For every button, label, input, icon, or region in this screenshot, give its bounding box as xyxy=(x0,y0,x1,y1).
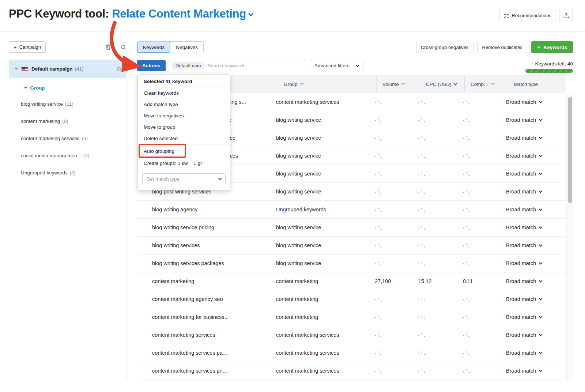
actions-button[interactable]: Actions xyxy=(137,60,166,71)
recommendations-button[interactable]: Recommendations xyxy=(499,10,556,21)
keyword-cell: blog writing agency xyxy=(146,207,271,212)
match-type-dropdown[interactable]: Broad match xyxy=(506,260,558,266)
sidebar-item-group[interactable]: content marketing services (6) xyxy=(9,130,126,147)
match-type-label: Broad match xyxy=(506,189,536,195)
checklist-icon xyxy=(504,13,509,18)
sidebar-item-group[interactable]: Ungrouped keywords (8) xyxy=(9,164,126,181)
set-match-type-select[interactable]: Set match type xyxy=(142,173,226,184)
scrollbar-thumb[interactable] xyxy=(568,97,572,203)
sort-icon[interactable] xyxy=(491,83,495,85)
filter-row: Actions Default cam Advanced filters xyxy=(137,60,166,71)
info-icon[interactable]: i xyxy=(487,81,489,87)
sidebar-item-group[interactable]: blog writing service (11) xyxy=(9,95,126,113)
header-match-type-column: Match type xyxy=(508,75,566,93)
ppc-keyword-tool-page: PPC Keyword tool: Relate Content Marketi… xyxy=(0,0,585,392)
add-group-button[interactable]: + Group xyxy=(9,78,126,95)
cross-group-negatives-button[interactable]: Cross-group negatives xyxy=(416,42,473,53)
campaign-filter-pill[interactable]: Default cam xyxy=(172,62,204,69)
sidebar-item-group[interactable]: content marketing (9) xyxy=(9,113,126,130)
chevron-down-icon xyxy=(539,100,543,103)
group-cell: blog writing service xyxy=(271,153,369,159)
keyword-cell: blog writing services xyxy=(146,242,271,248)
sort-icon[interactable] xyxy=(401,83,405,85)
export-button[interactable] xyxy=(559,10,573,21)
match-type-dropdown[interactable]: Broad match xyxy=(506,135,558,141)
match-type-dropdown[interactable]: Broad match xyxy=(506,314,558,320)
add-campaign-button[interactable]: + Campaign xyxy=(9,41,46,53)
match-type-label: Broad match xyxy=(506,260,536,266)
cpc-cell xyxy=(412,225,457,230)
add-keywords-button[interactable]: + Keywords xyxy=(531,41,573,53)
volume-cell xyxy=(369,207,412,212)
group-cell: content marketing services xyxy=(271,350,369,356)
menu-item[interactable]: Clean keywords xyxy=(138,87,230,99)
sort-icon[interactable] xyxy=(300,83,304,85)
match-type-dropdown[interactable]: Broad match xyxy=(506,117,558,123)
add-campaign-label: Campaign xyxy=(19,44,41,50)
match-type-dropdown[interactable]: Broad match xyxy=(506,171,558,177)
cpc-cell xyxy=(412,153,457,159)
create-groups-label: Create groups: 1 kw = 1 gr xyxy=(144,161,202,166)
sidebar-item-default-campaign[interactable]: Default campaign (41) ⚙ xyxy=(9,60,126,78)
menu-item-create-groups[interactable]: Create groups: 1 kw = 1 gr xyxy=(138,158,230,169)
sidebar-item-group[interactable]: social media managemen... (7) xyxy=(9,147,126,164)
volume-cell xyxy=(369,314,412,320)
tab[interactable]: Negatives xyxy=(170,42,203,53)
remove-duplicates-button[interactable]: Remove duplicates xyxy=(478,42,528,53)
chevron-down-icon[interactable] xyxy=(15,66,18,70)
cpc-cell xyxy=(412,332,457,338)
match-type-label: Broad match xyxy=(506,242,536,248)
match-type-dropdown[interactable]: Broad match xyxy=(506,368,558,374)
chevron-down-icon xyxy=(539,207,543,211)
search-input[interactable] xyxy=(207,63,301,68)
info-icon[interactable]: i xyxy=(177,148,179,154)
menu-item[interactable]: Delete selected xyxy=(138,133,230,144)
match-type-label: Broad match xyxy=(506,350,536,356)
info-icon[interactable]: i xyxy=(532,61,533,67)
match-type-dropdown[interactable]: Broad match xyxy=(506,99,558,105)
match-type-dropdown[interactable]: Broad match xyxy=(506,332,558,338)
menu-divider xyxy=(138,169,230,169)
row-checkbox-cell xyxy=(137,332,146,338)
group-name: blog writing service xyxy=(21,101,63,107)
match-type-dropdown[interactable]: Broad match xyxy=(506,225,558,230)
header-volume-column[interactable]: Volume xyxy=(376,75,420,93)
match-type-dropdown[interactable]: Broad match xyxy=(506,207,558,212)
match-type-dropdown[interactable]: Broad match xyxy=(506,242,558,248)
header-cpc-column[interactable]: CPC (USD) xyxy=(420,75,464,93)
match-type-label: Broad match xyxy=(506,368,536,374)
row-checkbox-cell xyxy=(137,314,146,320)
keyword-cell: blog writing service pricing xyxy=(146,225,271,230)
gear-icon[interactable]: ⚙ xyxy=(116,66,122,72)
keyword-text: blog writing service pricing xyxy=(152,225,214,230)
chevron-down-icon[interactable] xyxy=(453,82,457,86)
match-type-dropdown[interactable]: Broad match xyxy=(506,153,558,159)
row-checkbox-cell xyxy=(137,260,146,266)
volume-cell xyxy=(369,242,412,248)
cpc-cell xyxy=(412,260,457,266)
match-type-dropdown[interactable]: Broad match xyxy=(506,278,558,284)
match-type-dropdown[interactable]: Broad match xyxy=(506,296,558,302)
row-checkbox-cell xyxy=(137,225,146,230)
header-comp-column[interactable]: Comp. i xyxy=(464,75,508,93)
menu-item[interactable]: Add match type xyxy=(138,99,230,110)
comp-cell xyxy=(457,135,501,141)
match-type-cell: Broad match xyxy=(501,296,558,302)
menu-item-auto-grouping[interactable]: Auto grouping i xyxy=(138,144,230,158)
match-type-label: Broad match xyxy=(506,314,536,320)
match-type-cell: Broad match xyxy=(501,171,558,177)
group-cell: blog writing service xyxy=(271,135,369,141)
keyword-text: content marketing services pri... xyxy=(152,368,227,374)
trash-icon[interactable] xyxy=(105,44,111,50)
keyword-search-box[interactable]: Default cam xyxy=(168,60,305,71)
advanced-filters-dropdown[interactable]: Advanced filters xyxy=(310,60,363,71)
search-icon[interactable] xyxy=(121,44,127,50)
vertical-scrollbar[interactable] xyxy=(566,94,573,381)
header-group-column[interactable]: Group xyxy=(279,75,376,93)
match-type-dropdown[interactable]: Broad match xyxy=(506,189,558,195)
match-type-dropdown[interactable]: Broad match xyxy=(506,350,558,356)
menu-item[interactable]: Move to group xyxy=(138,121,230,133)
tab[interactable]: Keywords xyxy=(137,42,170,53)
campaign-selector[interactable]: Relate Content Marketing xyxy=(112,7,253,20)
menu-item[interactable]: Move to negatives xyxy=(138,110,230,121)
